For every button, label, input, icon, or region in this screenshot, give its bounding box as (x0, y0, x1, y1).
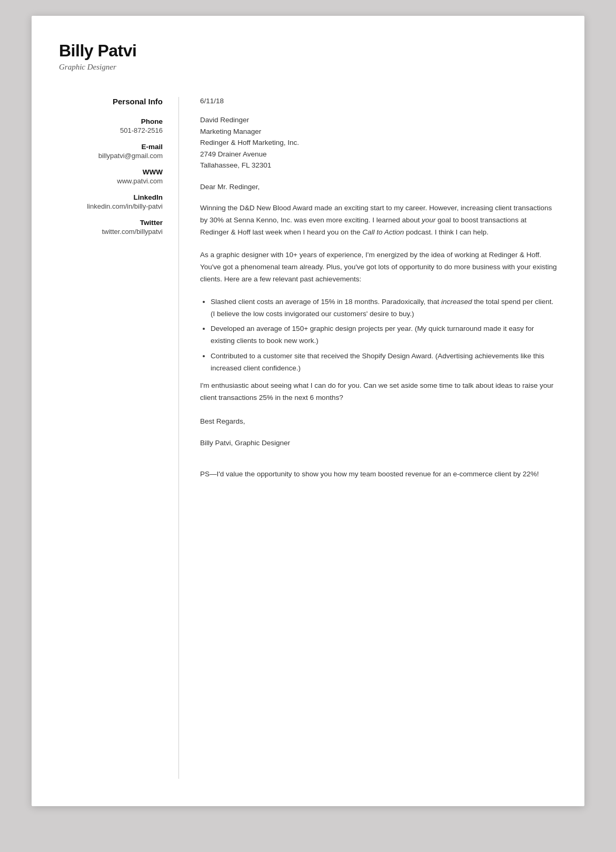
recipient-title: Marketing Manager (200, 126, 557, 138)
sidebar: Personal Info Phone 501-872-2516 E-mail … (32, 97, 179, 779)
sidebar-twitter: Twitter twitter.com/billypatvi (59, 219, 163, 236)
sidebar-www-value: www.patvi.com (59, 177, 163, 185)
sidebar-phone-label: Phone (59, 117, 163, 125)
letter-paragraph-2: As a graphic designer with 10+ years of … (200, 249, 557, 286)
sidebar-www-label: WWW (59, 168, 163, 176)
postscript: PS—I'd value the opportunity to show you… (200, 468, 557, 481)
letter-body: 6/11/18 David Redinger Marketing Manager… (179, 97, 584, 779)
list-item: Contributed to a customer site that rece… (211, 350, 557, 375)
list-item: Slashed client costs an average of 15% i… (211, 296, 557, 320)
letter-greeting: Dear Mr. Redinger, (200, 183, 557, 191)
letter-paragraph-3: I'm enthusiastic about seeing what I can… (200, 380, 557, 404)
sidebar-phone: Phone 501-872-2516 (59, 117, 163, 134)
closing-salutation: Best Regards, (200, 416, 557, 428)
letter-paragraph-1: Winning the D&D New Blood Award made an … (200, 202, 557, 239)
main-content: Personal Info Phone 501-872-2516 E-mail … (32, 82, 584, 806)
applicant-job-title: Graphic Designer (59, 63, 557, 72)
sidebar-email-value: billypatvi@gmail.com (59, 152, 163, 160)
recipient-address1: 2749 Drainer Avenue (200, 149, 557, 160)
achievements-list: Slashed client costs an average of 15% i… (211, 296, 557, 375)
recipient-block: David Redinger Marketing Manager Redinge… (200, 114, 557, 171)
sidebar-phone-value: 501-872-2516 (59, 126, 163, 134)
closing-name: Billy Patvi, Graphic Designer (200, 437, 557, 449)
recipient-address2: Tallahassee, FL 32301 (200, 160, 557, 171)
sidebar-linkedin-value: linkedin.com/in/billy-patvi (59, 202, 163, 210)
letter-date: 6/11/18 (200, 97, 557, 105)
sidebar-twitter-value: twitter.com/billypatvi (59, 228, 163, 236)
resume-page: Billy Patvi Graphic Designer Personal In… (32, 16, 584, 806)
recipient-name: David Redinger (200, 114, 557, 126)
list-item: Developed an average of 150+ graphic des… (211, 323, 557, 347)
recipient-company: Redinger & Hoff Marketing, Inc. (200, 137, 557, 149)
closing-block: Best Regards, Billy Patvi, Graphic Desig… (200, 416, 557, 481)
sidebar-email: E-mail billypatvi@gmail.com (59, 143, 163, 160)
sidebar-email-label: E-mail (59, 143, 163, 151)
sidebar-section-title: Personal Info (59, 97, 163, 110)
sidebar-linkedin: LinkedIn linkedin.com/in/billy-patvi (59, 193, 163, 210)
header-section: Billy Patvi Graphic Designer (32, 16, 584, 82)
applicant-name: Billy Patvi (59, 41, 557, 61)
sidebar-www: WWW www.patvi.com (59, 168, 163, 185)
sidebar-linkedin-label: LinkedIn (59, 193, 163, 201)
sidebar-twitter-label: Twitter (59, 219, 163, 227)
